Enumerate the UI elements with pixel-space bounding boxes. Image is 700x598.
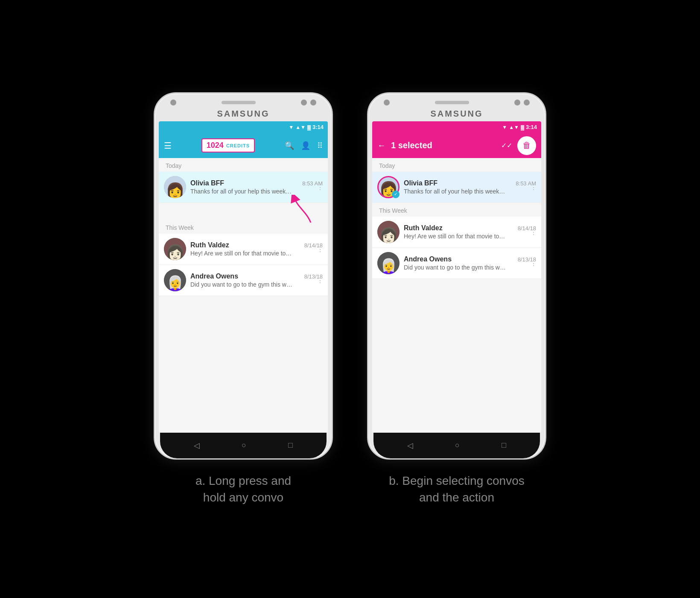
ruth-info-b: Ruth Valdez 8/14/18 Hey! Are we still on… <box>404 224 536 240</box>
sensor-dot-1 <box>301 100 307 106</box>
olivia-info-b: Olivia BFF 8:53 AM Thanks for all of you… <box>404 179 536 195</box>
screen-b: ▼ ▲▼ ▓ 3:14 ← 1 selected <box>372 121 541 433</box>
avatar-olivia-a-wrap <box>164 176 186 198</box>
olivia-convo-wrapper-a: Olivia BFF 8:53 AM Thanks for all of you… <box>159 172 328 203</box>
avatar-ruth-b-wrap <box>377 221 400 243</box>
app-header-a: ☰ 1024 CREDITS 🔍 👤 ⠿ <box>159 133 328 158</box>
avatar-olivia-b-wrap: ✓ <box>377 176 400 198</box>
battery-icon-a: ▓ <box>307 125 311 130</box>
avatar-andrea-b <box>377 252 400 274</box>
pink-header-right: ✓✓ 🗑 <box>501 136 536 155</box>
ruth-name-a: Ruth Valdez <box>190 241 229 249</box>
phone-b: SAMSUNG ▼ ▲▼ ▓ 3:14 <box>367 92 546 460</box>
convo-andrea-a[interactable]: Andrea Owens 8/13/18 Did you want to go … <box>159 265 328 296</box>
header-icons-a: 🔍 👤 ⠿ <box>285 141 323 150</box>
trash-icon-b: 🗑 <box>522 141 531 150</box>
andrea-more-b[interactable]: ⋮ <box>530 259 537 267</box>
avatar-olivia-a <box>164 176 186 198</box>
home-btn-b[interactable]: ○ <box>455 441 460 450</box>
olivia-msg-b: Thanks for all of your help this weekend… <box>404 188 506 195</box>
olivia-name-b: Olivia BFF <box>404 179 438 187</box>
selected-label-b: 1 selected <box>391 141 432 150</box>
page: SAMSUNG ▼ ▲▼ ▓ 3:14 ☰ <box>0 0 700 598</box>
olivia-avatar-img-a <box>164 176 186 198</box>
phone-a: SAMSUNG ▼ ▲▼ ▓ 3:14 ☰ <box>154 92 333 460</box>
phone-b-top-bar <box>373 94 540 109</box>
ruth-msg-b: Hey! Are we still on for that movie toni… <box>404 233 506 240</box>
back-arrow-b[interactable]: ← <box>377 141 386 150</box>
delete-button-b[interactable]: 🗑 <box>517 136 536 155</box>
section-today-a: Today <box>159 158 328 172</box>
battery-icon-b: ▓ <box>521 125 524 130</box>
ruth-name-row-a: Ruth Valdez 8/14/18 <box>190 241 323 249</box>
contacts-icon-a[interactable]: 👤 <box>301 141 310 150</box>
olivia-msg-a: Thanks for all of your help this weekend… <box>190 188 293 195</box>
network-icon-b: ▲▼ <box>509 124 519 130</box>
olivia-more-a[interactable]: ⋮ <box>317 183 324 191</box>
andrea-name-row-b: Andrea Owens 8/13/18 <box>404 255 536 263</box>
content-b: Today ✓ Olivia BFF <box>372 158 541 433</box>
andrea-info-a: Andrea Owens 8/13/18 Did you want to go … <box>190 273 323 288</box>
convo-andrea-b[interactable]: Andrea Owens 8/13/18 Did you want to go … <box>372 248 541 279</box>
content-a: Today Oli <box>159 158 328 433</box>
status-bar-a: ▼ ▲▼ ▓ 3:14 <box>159 121 328 133</box>
sensors-b <box>514 100 530 106</box>
andrea-msg-a: Did you want to go to the gym this week … <box>190 281 293 288</box>
recent-btn-b[interactable]: □ <box>502 441 506 450</box>
credits-number-a: 1024 <box>207 141 224 150</box>
andrea-avatar-img-a <box>164 269 186 291</box>
avatar-andrea-b-wrap <box>377 252 400 274</box>
brand-label-a: SAMSUNG <box>217 109 269 119</box>
ruth-avatar-img-b <box>377 221 400 243</box>
olivia-name-row-a: Olivia BFF 8:53 AM <box>190 179 323 187</box>
phone-a-bottom-nav: ◁ ○ □ <box>160 433 327 458</box>
brand-label-b: SAMSUNG <box>430 109 483 119</box>
front-camera-a <box>170 100 176 106</box>
grid-icon-a[interactable]: ⠿ <box>317 141 323 150</box>
convo-ruth-a[interactable]: Ruth Valdez 8/14/18 Hey! Are we still on… <box>159 234 328 265</box>
convo-olivia-b[interactable]: ✓ Olivia BFF 8:53 AM Thanks for all of y… <box>372 172 541 203</box>
ruth-avatar-img-a <box>164 238 186 260</box>
sensor-dot-b-2 <box>524 100 530 106</box>
network-icon-a: ▲▼ <box>295 124 306 130</box>
phone-a-container: SAMSUNG ▼ ▲▼ ▓ 3:14 ☰ <box>154 92 333 506</box>
front-camera-b <box>384 100 390 106</box>
back-btn-a[interactable]: ◁ <box>194 441 200 450</box>
avatar-ruth-a <box>164 238 186 260</box>
recent-btn-a[interactable]: □ <box>288 441 293 450</box>
sensor-dot-2 <box>310 100 316 106</box>
ruth-name-row-b: Ruth Valdez 8/14/18 <box>404 224 536 232</box>
screen-a: ▼ ▲▼ ▓ 3:14 ☰ 1024 CREDITS <box>159 121 328 433</box>
avatar-ruth-b <box>377 221 400 243</box>
avatar-andrea-a <box>164 269 186 291</box>
credits-badge-a: 1024 CREDITS <box>201 138 255 152</box>
andrea-info-b: Andrea Owens 8/13/18 Did you want to go … <box>404 255 536 271</box>
olivia-more-b[interactable]: ⋮ <box>530 183 537 191</box>
signal-icon-b: ▼ <box>502 124 507 130</box>
section-thisweek-b: This Week <box>372 203 541 217</box>
section-today-b: Today <box>372 158 541 172</box>
back-btn-b[interactable]: ◁ <box>407 441 413 450</box>
ruth-more-b[interactable]: ⋮ <box>530 228 537 236</box>
menu-icon-a[interactable]: ☰ <box>164 141 172 151</box>
convo-ruth-b[interactable]: Ruth Valdez 8/14/18 Hey! Are we still on… <box>372 217 541 248</box>
home-btn-a[interactable]: ○ <box>242 441 246 450</box>
double-check-icon-b[interactable]: ✓✓ <box>501 141 512 150</box>
andrea-more-a[interactable]: ⋮ <box>317 276 324 284</box>
pink-header-left: ← 1 selected <box>377 141 432 150</box>
status-time-a: 3:14 <box>312 124 324 130</box>
signal-icon-a: ▼ <box>289 124 294 130</box>
status-time-b: 3:14 <box>526 124 537 130</box>
arrow-annotation <box>289 195 315 226</box>
status-icons-a: ▼ ▲▼ ▓ 3:14 <box>289 124 324 130</box>
search-icon-a[interactable]: 🔍 <box>285 141 294 150</box>
status-icons-b: ▼ ▲▼ ▓ 3:14 <box>502 124 537 130</box>
phones-row: SAMSUNG ▼ ▲▼ ▓ 3:14 ☰ <box>154 92 546 506</box>
ruth-more-a[interactable]: ⋮ <box>317 245 324 253</box>
avatar-andrea-a-wrap <box>164 269 186 291</box>
sensors-a <box>301 100 316 106</box>
sensor-dot-b-1 <box>514 100 520 106</box>
andrea-msg-b: Did you want to go to the gym this week … <box>404 264 506 271</box>
speaker-a <box>222 101 256 104</box>
phone-b-container: SAMSUNG ▼ ▲▼ ▓ 3:14 <box>367 92 546 506</box>
